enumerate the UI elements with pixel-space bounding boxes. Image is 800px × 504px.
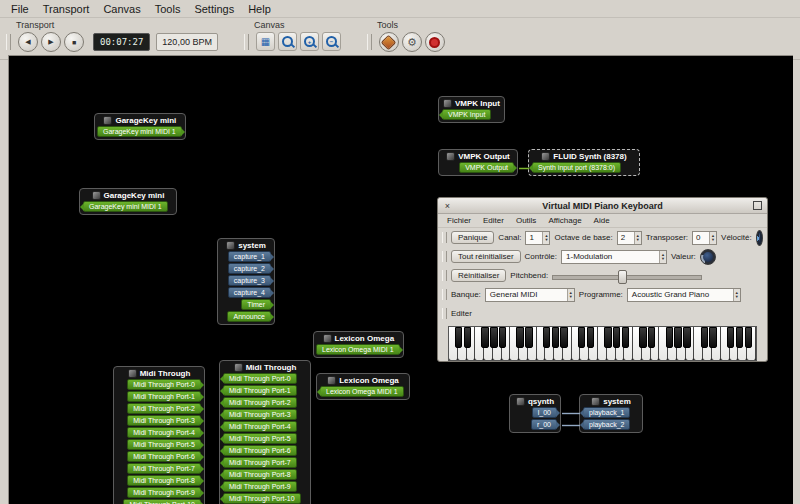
menu-help[interactable]: Help [241, 2, 278, 16]
piano-keyboard[interactable] [448, 326, 757, 361]
vmpk-menu-affichage[interactable]: Affichage [543, 216, 586, 225]
spin-arrows-icon[interactable]: ▲▼ [542, 232, 549, 244]
node-port[interactable]: Midi Through Port-9 [127, 487, 201, 498]
zoom-fit-button[interactable] [278, 32, 297, 51]
piano-black-key[interactable] [481, 327, 488, 348]
node-port[interactable]: Lexicon Omega MIDI 1 [320, 386, 404, 397]
piano-black-key[interactable] [622, 327, 629, 348]
close-icon[interactable]: × [442, 200, 453, 211]
piano-black-key[interactable] [490, 327, 497, 348]
spin-arrows-icon[interactable]: ▲▼ [659, 251, 666, 263]
node-port[interactable]: Midi Through Port-7 [127, 463, 201, 474]
control-combobox[interactable]: 1-Modulation▲▼ [561, 250, 667, 264]
piano-black-key[interactable] [639, 327, 646, 348]
node-port[interactable]: Midi Through Port-0 [223, 373, 297, 384]
piano-black-key[interactable] [736, 327, 743, 348]
node-title-bar[interactable]: Lexicon Omega [316, 333, 401, 344]
node-port[interactable]: Midi Through Port-3 [127, 415, 201, 426]
piano-black-key[interactable] [709, 327, 716, 348]
toolbar-drag-handle[interactable] [442, 232, 447, 243]
node-port[interactable]: Midi Through Port-5 [127, 439, 201, 450]
canvas-node-midi-through-out[interactable]: Midi ThroughMidi Through Port-0Midi Thro… [113, 366, 205, 504]
piano-black-key[interactable] [578, 327, 585, 348]
canvas-node-garagekey-in[interactable]: GarageKey miniGarageKey mini MIDI 1 [79, 188, 177, 215]
node-port[interactable]: capture_1 [228, 251, 271, 262]
canvas-node-system-capture[interactable]: systemcapture_1capture_2capture_3capture… [217, 238, 275, 325]
canvas-node-system-playback[interactable]: systemplayback_1playback_2 [579, 394, 643, 433]
node-port[interactable]: Midi Through Port-4 [223, 421, 297, 432]
piano-black-key[interactable] [464, 327, 471, 348]
node-title-bar[interactable]: Midi Through [222, 362, 308, 373]
spin-arrows-icon[interactable]: ▲▼ [634, 232, 641, 244]
node-title-bar[interactable]: Midi Through [116, 368, 202, 379]
canvas-node-vmpk-input[interactable]: VMPK InputVMPK Input [438, 96, 505, 123]
node-port[interactable]: GarageKey mini MIDI 1 [83, 201, 168, 212]
node-port[interactable]: Midi Through Port-0 [127, 379, 201, 390]
transpose-spinbox[interactable]: 0▲▼ [692, 231, 717, 245]
node-title-bar[interactable]: qsynth [512, 396, 558, 407]
configure-tool-button[interactable]: ⚙ [402, 32, 422, 52]
toolbar-drag-handle[interactable] [442, 289, 447, 300]
node-port[interactable]: r_00 [531, 419, 557, 430]
node-port[interactable]: Announce [227, 311, 271, 322]
node-title-bar[interactable]: FLUID Synth (8378) [531, 151, 637, 162]
node-title-bar[interactable]: Lexicon Omega [319, 375, 407, 386]
canvas-node-midi-through-in[interactable]: Midi ThroughMidi Through Port-0Midi Thro… [219, 360, 311, 504]
node-port[interactable]: capture_3 [228, 275, 271, 286]
slider-handle[interactable] [618, 270, 627, 284]
toolbar-drag-handle[interactable] [442, 270, 447, 281]
node-port[interactable]: Midi Through Port-5 [223, 433, 297, 444]
node-port[interactable]: Synth input port (8378:0) [532, 162, 621, 173]
node-title-bar[interactable]: GarageKey mini [97, 115, 183, 126]
base-octave-spinbox[interactable]: 2▲▼ [617, 231, 642, 245]
piano-black-key[interactable] [552, 327, 559, 348]
node-port[interactable]: Midi Through Port-3 [223, 409, 297, 420]
node-port[interactable]: VMPK Output [459, 162, 514, 173]
node-port[interactable]: Midi Through Port-2 [223, 397, 297, 408]
zoom-out-button[interactable]: − [322, 32, 341, 51]
zoom-in-button[interactable]: + [300, 32, 319, 51]
piano-black-key[interactable] [587, 327, 594, 348]
spin-arrows-icon[interactable]: ▲▼ [709, 232, 716, 244]
channel-spinbox[interactable]: 1▲▼ [525, 231, 550, 245]
canvas-node-qsynth[interactable]: qsynthl_00r_00 [509, 394, 561, 433]
canvas-node-fluid-synth[interactable]: FLUID Synth (8378)Synth input port (8378… [528, 149, 640, 176]
node-port[interactable]: Midi Through Port-9 [223, 481, 297, 492]
transport-play-button[interactable]: ▶ [41, 32, 61, 52]
node-port[interactable]: capture_2 [228, 263, 271, 274]
transport-rewind-button[interactable]: ◀ [18, 32, 38, 52]
vmpk-title-bar[interactable]: × Virtual MIDI Piano Keyboard [438, 198, 767, 214]
program-combobox[interactable]: Acoustic Grand Piano▲▼ [627, 288, 741, 302]
panic-button[interactable]: Panique [451, 231, 494, 244]
node-port[interactable]: Midi Through Port-2 [127, 403, 201, 414]
canvas-node-vmpk-output[interactable]: VMPK OutputVMPK Output [438, 149, 518, 176]
arrange-button[interactable]: ▦ [256, 32, 275, 51]
node-port[interactable]: playback_2 [583, 419, 630, 430]
piano-black-key[interactable] [499, 327, 506, 348]
value-knob[interactable] [700, 249, 716, 265]
piano-black-key[interactable] [666, 327, 673, 348]
menu-file[interactable]: File [4, 2, 36, 16]
piano-black-key[interactable] [613, 327, 620, 348]
node-title-bar[interactable]: VMPK Output [441, 151, 515, 162]
node-port[interactable]: playback_1 [583, 407, 630, 418]
node-port[interactable]: capture_4 [228, 287, 271, 298]
vmpk-menu-aide[interactable]: Aide [589, 216, 615, 225]
node-title-bar[interactable]: system [220, 240, 272, 251]
maximize-icon[interactable] [752, 200, 763, 211]
toolbar-handle[interactable] [6, 34, 11, 50]
record-tool-button[interactable] [425, 32, 445, 52]
reset-button[interactable]: Réinitialiser [451, 269, 506, 282]
canvas-node-lexicon-in[interactable]: Lexicon OmegaLexicon Omega MIDI 1 [316, 373, 410, 400]
piano-black-key[interactable] [727, 327, 734, 348]
piano-black-key[interactable] [560, 327, 567, 348]
node-port[interactable]: Midi Through Port-8 [127, 475, 201, 486]
toolbar-drag-handle[interactable] [442, 308, 447, 319]
node-port[interactable]: GarageKey mini MIDI 1 [97, 126, 182, 137]
toolbar-handle[interactable] [244, 34, 249, 50]
menu-transport[interactable]: Transport [36, 2, 97, 16]
piano-black-key[interactable] [455, 327, 462, 348]
bank-combobox[interactable]: General MIDI▲▼ [485, 288, 575, 302]
node-port[interactable]: l_00 [532, 407, 557, 418]
bpm-field[interactable]: 120,00 BPM [156, 33, 218, 51]
